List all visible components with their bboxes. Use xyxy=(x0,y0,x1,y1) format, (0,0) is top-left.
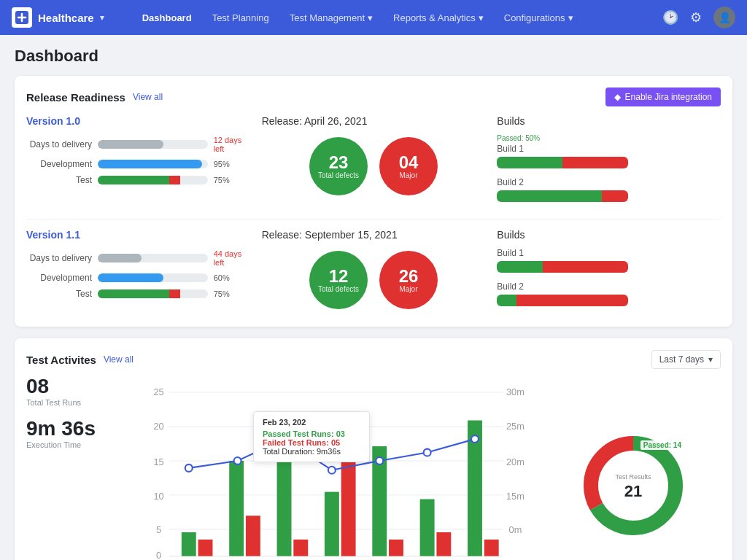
donut-chart-wrap: Test Results 21 Passed: 14 xyxy=(546,375,721,560)
time-range-btn[interactable]: Last 7 days ▾ xyxy=(651,350,721,369)
svg-point-33 xyxy=(234,457,241,464)
days-delivery-fill-0 xyxy=(98,140,163,149)
tooltip-failed: Failed Test Runs: 05 xyxy=(263,438,360,447)
days-delivery-fill-1 xyxy=(98,254,142,262)
time-range-dropdown[interactable]: Last 7 days ▾ Today Yesterday Last 7 day… xyxy=(651,350,721,369)
version-defects-0: Release: April 26, 2021 23 Total defects… xyxy=(262,115,486,211)
svg-text:5: 5 xyxy=(156,524,161,535)
test-green-fill-0 xyxy=(98,176,169,184)
execution-time-number: 9m 36s xyxy=(26,417,128,440)
main-nav: Dashboard Test Planning Test Management … xyxy=(133,8,645,28)
build-bar-green xyxy=(497,157,562,168)
total-defects-num-0: 23 xyxy=(329,154,349,171)
history-icon[interactable]: 🕑 xyxy=(662,9,678,26)
settings-icon[interactable]: ⚙ xyxy=(690,9,702,26)
build-row-0: Passed: 50% Build 1 xyxy=(497,134,721,168)
release-readiness-view-all[interactable]: View all xyxy=(133,92,163,102)
build-row-1: Build 2 xyxy=(497,281,721,306)
test-activities-title: Test Activites xyxy=(26,354,96,366)
test-activities-header: Test Activites View all Last 7 days ▾ To… xyxy=(26,350,721,369)
build-bar-red xyxy=(543,261,628,273)
major-circle-0: 04 Major xyxy=(379,137,438,195)
configurations-chevron-icon: ▾ xyxy=(568,12,573,23)
svg-rect-22 xyxy=(277,446,292,556)
build-label-0: Build 1 xyxy=(497,144,721,154)
build-label-0: Build 1 xyxy=(497,248,721,258)
svg-point-35 xyxy=(328,467,336,474)
release-readiness-header: Release Readiness View all ◆ Enable Jira… xyxy=(26,88,721,106)
svg-rect-23 xyxy=(293,540,308,556)
enable-jira-button[interactable]: ◆ Enable Jira integration xyxy=(605,88,721,106)
bar-chart-svg: 25 20 15 10 5 0 30m 25m 20m 15m 0m xyxy=(140,375,534,560)
release-readiness-header-left: Release Readiness View all xyxy=(26,91,163,104)
days-left-0: 12 days left xyxy=(214,136,250,153)
main-content: Dashboard Release Readiness View all ◆ E… xyxy=(0,35,747,560)
svg-rect-18 xyxy=(182,532,196,556)
builds-title-0: Builds xyxy=(497,115,721,127)
build-label-1: Build 2 xyxy=(497,177,721,187)
svg-rect-28 xyxy=(420,499,435,556)
svg-rect-20 xyxy=(229,461,244,556)
nav-test-planning[interactable]: Test Planning xyxy=(204,8,278,28)
tooltip-passed: Passed Test Runs: 03 xyxy=(263,429,360,438)
release-readiness-card: Release Readiness View all ◆ Enable Jira… xyxy=(15,76,732,327)
svg-rect-25 xyxy=(341,446,356,556)
avatar[interactable]: 👤 xyxy=(713,7,735,28)
major-circle-1: 26 Major xyxy=(379,251,438,309)
navbar: Healthcare ▾ Dashboard Test Planning Tes… xyxy=(0,0,747,35)
nav-test-management[interactable]: Test Management ▾ xyxy=(281,8,382,28)
test-row-1: Test 75% xyxy=(26,289,250,299)
major-num-1: 26 xyxy=(399,268,419,285)
svg-text:10: 10 xyxy=(153,491,163,502)
test-bar-1 xyxy=(98,289,208,298)
svg-rect-19 xyxy=(198,540,213,556)
defect-circles-1: 12 Total defects 26 Major xyxy=(262,251,486,309)
nav-reports-analytics[interactable]: Reports & Analytics ▾ xyxy=(384,8,492,28)
total-defects-label-0: Total defects xyxy=(318,171,359,179)
days-delivery-bar-1 xyxy=(98,254,208,262)
test-value-1: 75% xyxy=(214,289,250,298)
nav-configurations[interactable]: Configurations ▾ xyxy=(495,8,582,28)
brand-name: Healthcare xyxy=(38,12,94,24)
svg-rect-21 xyxy=(246,516,260,556)
nav-dashboard[interactable]: Dashboard xyxy=(133,8,201,28)
test-green-fill-1 xyxy=(98,289,169,298)
svg-rect-31 xyxy=(484,540,499,556)
donut-center: Test Results 21 xyxy=(615,473,651,501)
days-delivery-row-0: Days to delivery 12 days left xyxy=(26,136,250,153)
development-label-1: Development xyxy=(26,273,92,283)
release-version-0: Version 1.0 Days to delivery 12 days lef… xyxy=(26,115,721,211)
test-stats: 08 Total Test Runs 9m 36s Execution Time xyxy=(26,375,128,560)
svg-text:15m: 15m xyxy=(506,491,525,502)
test-bar-inner-1 xyxy=(98,289,208,298)
svg-rect-27 xyxy=(389,540,403,556)
svg-text:30m: 30m xyxy=(506,386,525,397)
builds-title-1: Builds xyxy=(497,229,721,241)
build-bar-0 xyxy=(497,157,628,168)
svg-rect-24 xyxy=(325,492,339,556)
test-activities-view-all[interactable]: View all xyxy=(104,354,133,365)
test-row-0: Test 75% xyxy=(26,175,250,185)
build-tooltip: Passed: 50% xyxy=(497,134,721,142)
build-bar-red xyxy=(602,190,628,202)
release-readiness-title: Release Readiness xyxy=(26,91,125,104)
test-activities-header-left: Test Activites View all xyxy=(26,354,133,366)
build-bar-green xyxy=(497,295,516,306)
version-title-0: Version 1.0 xyxy=(26,115,250,127)
test-bar-0 xyxy=(98,176,208,184)
test-bar-inner-0 xyxy=(98,176,208,184)
brand[interactable]: Healthcare ▾ xyxy=(12,7,104,28)
page-title: Dashboard xyxy=(15,47,732,66)
release-date-1: Release: September 15, 2021 xyxy=(262,229,486,241)
svg-text:15: 15 xyxy=(153,456,163,467)
svg-point-32 xyxy=(185,464,193,472)
days-delivery-label-1: Days to delivery xyxy=(26,253,92,263)
test-value-0: 75% xyxy=(214,176,250,184)
development-label-0: Development xyxy=(26,159,92,169)
jira-diamond-icon: ◆ xyxy=(614,92,621,102)
build-label-1: Build 2 xyxy=(497,281,721,292)
days-delivery-label-0: Days to delivery xyxy=(26,139,92,149)
build-bar-green xyxy=(497,190,602,202)
brand-icon xyxy=(12,7,32,28)
total-defects-label-1: Total defects xyxy=(318,285,359,293)
